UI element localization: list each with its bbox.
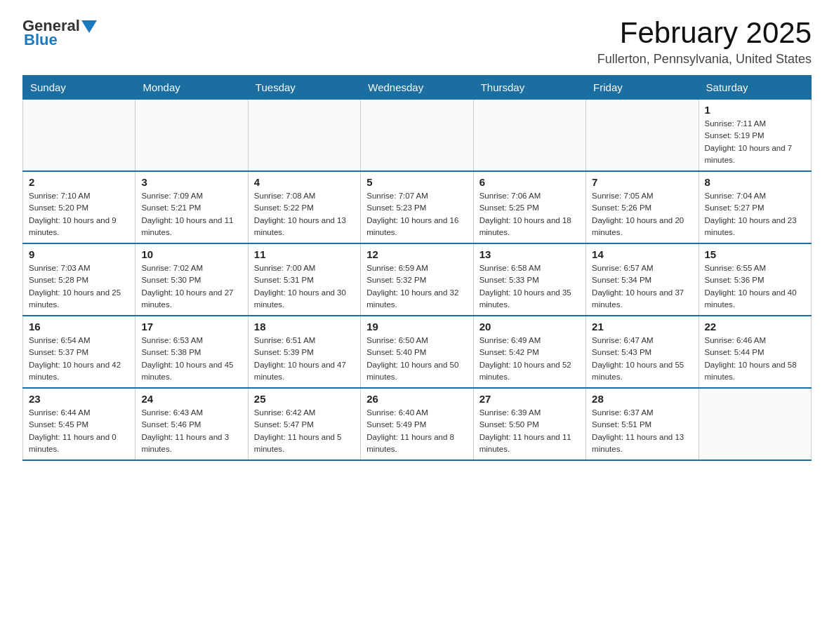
weekday-header-tuesday: Tuesday xyxy=(248,76,360,100)
calendar-week-row: 1Sunrise: 7:11 AMSunset: 5:19 PMDaylight… xyxy=(23,100,812,172)
day-number: 8 xyxy=(705,176,805,188)
calendar-week-row: 2Sunrise: 7:10 AMSunset: 5:20 PMDaylight… xyxy=(23,171,812,243)
calendar-day-cell xyxy=(361,100,473,172)
weekday-header-monday: Monday xyxy=(135,76,248,100)
day-info: Sunrise: 6:50 AMSunset: 5:40 PMDaylight:… xyxy=(366,335,467,383)
calendar-day-cell: 22Sunrise: 6:46 AMSunset: 5:44 PMDayligh… xyxy=(699,316,811,388)
calendar-day-cell: 1Sunrise: 7:11 AMSunset: 5:19 PMDaylight… xyxy=(699,100,811,172)
day-number: 19 xyxy=(366,321,467,333)
day-number: 16 xyxy=(29,321,129,333)
day-number: 9 xyxy=(29,248,129,260)
calendar-day-cell xyxy=(135,100,248,172)
day-number: 14 xyxy=(592,248,692,260)
logo-arrow-icon xyxy=(81,20,97,33)
calendar-day-cell: 3Sunrise: 7:09 AMSunset: 5:21 PMDaylight… xyxy=(135,171,248,243)
day-info: Sunrise: 7:07 AMSunset: 5:23 PMDaylight:… xyxy=(366,190,467,239)
calendar-day-cell: 21Sunrise: 6:47 AMSunset: 5:43 PMDayligh… xyxy=(586,316,699,388)
day-number: 24 xyxy=(141,393,241,405)
calendar-day-cell: 10Sunrise: 7:02 AMSunset: 5:30 PMDayligh… xyxy=(135,243,248,316)
day-info: Sunrise: 7:02 AMSunset: 5:30 PMDaylight:… xyxy=(141,262,241,311)
day-info: Sunrise: 7:00 AMSunset: 5:31 PMDaylight:… xyxy=(254,262,355,311)
calendar-day-cell: 12Sunrise: 6:59 AMSunset: 5:32 PMDayligh… xyxy=(361,243,473,316)
day-number: 22 xyxy=(705,321,805,333)
weekday-header-sunday: Sunday xyxy=(23,76,135,100)
calendar-day-cell: 7Sunrise: 7:05 AMSunset: 5:26 PMDaylight… xyxy=(586,171,699,243)
svg-marker-0 xyxy=(81,20,97,33)
calendar-day-cell: 16Sunrise: 6:54 AMSunset: 5:37 PMDayligh… xyxy=(23,316,135,388)
weekday-header-wednesday: Wednesday xyxy=(361,76,473,100)
day-info: Sunrise: 6:55 AMSunset: 5:36 PMDaylight:… xyxy=(705,262,805,311)
calendar-day-cell: 15Sunrise: 6:55 AMSunset: 5:36 PMDayligh… xyxy=(699,243,811,316)
day-number: 13 xyxy=(479,248,580,260)
day-info: Sunrise: 6:58 AMSunset: 5:33 PMDaylight:… xyxy=(479,262,580,311)
day-number: 1 xyxy=(705,104,805,116)
day-number: 17 xyxy=(141,321,241,333)
calendar-day-cell: 14Sunrise: 6:57 AMSunset: 5:34 PMDayligh… xyxy=(586,243,699,316)
day-info: Sunrise: 6:49 AMSunset: 5:42 PMDaylight:… xyxy=(479,335,580,383)
calendar-day-cell: 8Sunrise: 7:04 AMSunset: 5:27 PMDaylight… xyxy=(699,171,811,243)
calendar-day-cell: 23Sunrise: 6:44 AMSunset: 5:45 PMDayligh… xyxy=(23,388,135,460)
day-info: Sunrise: 7:03 AMSunset: 5:28 PMDaylight:… xyxy=(29,262,129,311)
weekday-header-saturday: Saturday xyxy=(699,76,811,100)
day-number: 11 xyxy=(254,248,355,260)
day-info: Sunrise: 7:06 AMSunset: 5:25 PMDaylight:… xyxy=(479,190,580,239)
calendar-day-cell: 26Sunrise: 6:40 AMSunset: 5:49 PMDayligh… xyxy=(361,388,473,460)
calendar-week-row: 23Sunrise: 6:44 AMSunset: 5:45 PMDayligh… xyxy=(23,388,812,460)
logo: General Blue xyxy=(22,17,97,49)
day-number: 21 xyxy=(592,321,692,333)
page-header: General Blue February 2025 Fullerton, Pe… xyxy=(22,17,812,67)
calendar-day-cell: 24Sunrise: 6:43 AMSunset: 5:46 PMDayligh… xyxy=(135,388,248,460)
day-number: 26 xyxy=(366,393,467,405)
calendar-day-cell xyxy=(586,100,699,172)
weekday-header-row: SundayMondayTuesdayWednesdayThursdayFrid… xyxy=(23,76,812,100)
calendar-day-cell: 28Sunrise: 6:37 AMSunset: 5:51 PMDayligh… xyxy=(586,388,699,460)
calendar-day-cell: 17Sunrise: 6:53 AMSunset: 5:38 PMDayligh… xyxy=(135,316,248,388)
day-number: 23 xyxy=(29,393,129,405)
calendar-day-cell: 25Sunrise: 6:42 AMSunset: 5:47 PMDayligh… xyxy=(248,388,360,460)
day-number: 15 xyxy=(705,248,805,260)
day-info: Sunrise: 6:40 AMSunset: 5:49 PMDaylight:… xyxy=(366,407,467,455)
day-number: 3 xyxy=(141,176,241,188)
day-info: Sunrise: 6:53 AMSunset: 5:38 PMDaylight:… xyxy=(141,335,241,383)
day-info: Sunrise: 6:59 AMSunset: 5:32 PMDaylight:… xyxy=(366,262,467,311)
calendar-day-cell: 19Sunrise: 6:50 AMSunset: 5:40 PMDayligh… xyxy=(361,316,473,388)
calendar-day-cell xyxy=(473,100,585,172)
day-info: Sunrise: 7:09 AMSunset: 5:21 PMDaylight:… xyxy=(141,190,241,239)
day-info: Sunrise: 6:46 AMSunset: 5:44 PMDaylight:… xyxy=(705,335,805,383)
calendar-table: SundayMondayTuesdayWednesdayThursdayFrid… xyxy=(22,75,812,461)
calendar-day-cell: 9Sunrise: 7:03 AMSunset: 5:28 PMDaylight… xyxy=(23,243,135,316)
day-info: Sunrise: 6:43 AMSunset: 5:46 PMDaylight:… xyxy=(141,407,241,455)
day-info: Sunrise: 7:04 AMSunset: 5:27 PMDaylight:… xyxy=(705,190,805,239)
day-number: 6 xyxy=(479,176,580,188)
day-info: Sunrise: 6:47 AMSunset: 5:43 PMDaylight:… xyxy=(592,335,692,383)
day-number: 7 xyxy=(592,176,692,188)
day-info: Sunrise: 6:54 AMSunset: 5:37 PMDaylight:… xyxy=(29,335,129,383)
day-info: Sunrise: 6:51 AMSunset: 5:39 PMDaylight:… xyxy=(254,335,355,383)
day-info: Sunrise: 6:44 AMSunset: 5:45 PMDaylight:… xyxy=(29,407,129,455)
day-number: 4 xyxy=(254,176,355,188)
calendar-day-cell xyxy=(23,100,135,172)
day-info: Sunrise: 6:57 AMSunset: 5:34 PMDaylight:… xyxy=(592,262,692,311)
day-info: Sunrise: 7:05 AMSunset: 5:26 PMDaylight:… xyxy=(592,190,692,239)
location-subtitle: Fullerton, Pennsylvania, United States xyxy=(597,52,812,67)
weekday-header-friday: Friday xyxy=(586,76,699,100)
day-number: 5 xyxy=(366,176,467,188)
calendar-day-cell xyxy=(248,100,360,172)
day-number: 12 xyxy=(366,248,467,260)
day-info: Sunrise: 6:37 AMSunset: 5:51 PMDaylight:… xyxy=(592,407,692,455)
calendar-body: 1Sunrise: 7:11 AMSunset: 5:19 PMDaylight… xyxy=(23,100,812,461)
day-number: 28 xyxy=(592,393,692,405)
title-area: February 2025 Fullerton, Pennsylvania, U… xyxy=(597,17,812,67)
calendar-day-cell: 20Sunrise: 6:49 AMSunset: 5:42 PMDayligh… xyxy=(473,316,585,388)
calendar-day-cell: 11Sunrise: 7:00 AMSunset: 5:31 PMDayligh… xyxy=(248,243,360,316)
day-number: 18 xyxy=(254,321,355,333)
calendar-day-cell: 4Sunrise: 7:08 AMSunset: 5:22 PMDaylight… xyxy=(248,171,360,243)
calendar-day-cell: 18Sunrise: 6:51 AMSunset: 5:39 PMDayligh… xyxy=(248,316,360,388)
calendar-day-cell: 27Sunrise: 6:39 AMSunset: 5:50 PMDayligh… xyxy=(473,388,585,460)
day-number: 20 xyxy=(479,321,580,333)
calendar-day-cell: 6Sunrise: 7:06 AMSunset: 5:25 PMDaylight… xyxy=(473,171,585,243)
day-number: 2 xyxy=(29,176,129,188)
day-info: Sunrise: 7:08 AMSunset: 5:22 PMDaylight:… xyxy=(254,190,355,239)
logo-blue-text: Blue xyxy=(24,31,58,49)
calendar-day-cell xyxy=(699,388,811,460)
